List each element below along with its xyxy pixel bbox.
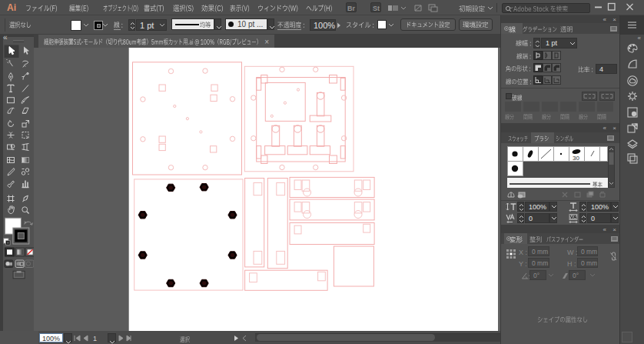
svg-text:30: 30 [573,155,579,162]
svg-text:1: 1 [93,335,97,342]
svg-text:St: St [373,5,380,12]
svg-text:Br: Br [347,5,355,12]
